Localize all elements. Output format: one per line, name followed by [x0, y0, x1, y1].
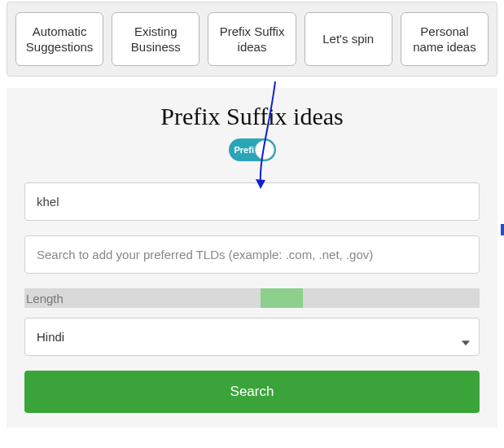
toggle-knob	[255, 140, 274, 160]
tld-input[interactable]	[24, 235, 480, 274]
toggle-label: Prefi	[234, 145, 254, 155]
tab-automatic-suggestions[interactable]: Automatic Suggestions	[15, 12, 103, 66]
prefix-suffix-panel: Prefix Suffix ideas Prefi Length Hindi S…	[7, 88, 497, 428]
tab-existing-business[interactable]: Existing Business	[112, 12, 199, 66]
length-slider[interactable]: Length	[24, 288, 480, 308]
tab-personal-name-ideas[interactable]: Personal name ideas	[401, 12, 489, 66]
language-select[interactable]: Hindi	[24, 318, 480, 356]
length-slider-handle[interactable]	[261, 288, 303, 308]
partial-offscreen-mark	[501, 224, 504, 235]
length-label: Length	[24, 292, 64, 305]
keyword-input[interactable]	[24, 182, 480, 221]
prefix-suffix-toggle[interactable]: Prefi	[229, 138, 276, 161]
tab-strip: Automatic Suggestions Existing Business …	[7, 2, 497, 77]
panel-heading: Prefix Suffix ideas	[24, 103, 480, 130]
search-button[interactable]: Search	[24, 371, 480, 413]
tab-lets-spin[interactable]: Let's spin	[305, 12, 392, 66]
tab-prefix-suffix-ideas[interactable]: Prefix Suffix ideas	[208, 12, 296, 66]
